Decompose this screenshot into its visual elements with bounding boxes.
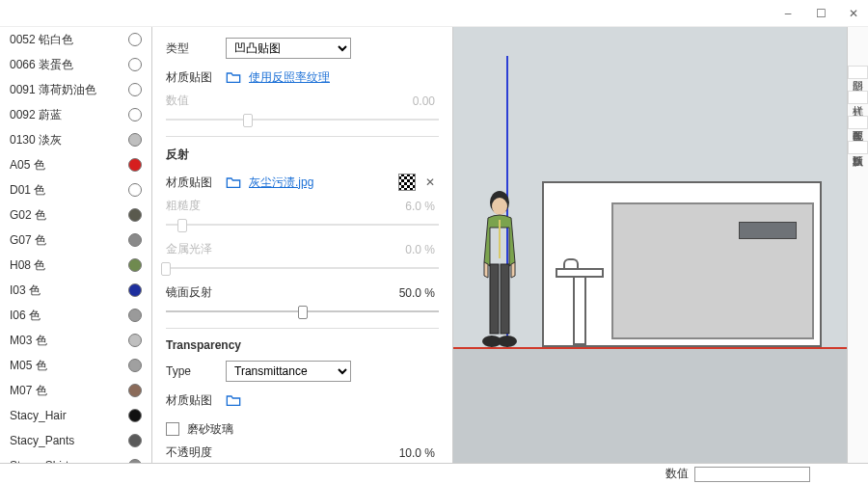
material-row[interactable]: Stacy_Shirt <box>0 453 151 463</box>
material-name: I06 色 <box>10 308 41 324</box>
material-swatch <box>128 183 142 197</box>
material-name: D01 色 <box>10 182 45 199</box>
right-tab[interactable]: 覆盖匹配 <box>848 116 868 129</box>
material-name: 0091 薄荷奶油色 <box>10 82 96 98</box>
scale-figure[interactable] <box>471 189 529 353</box>
svg-rect-2 <box>499 220 501 258</box>
right-tab[interactable]: 样式 <box>848 91 868 104</box>
material-list[interactable]: 0052 铅白色0066 装蛋色0091 薄荷奶油色0092 蔚蓝0130 淡灰… <box>0 27 152 463</box>
material-swatch <box>128 409 142 422</box>
material-name: H08 色 <box>10 257 45 274</box>
transparency-type-label: Type <box>166 364 226 378</box>
material-row[interactable]: 0092 蔚蓝 <box>0 102 151 127</box>
svg-rect-3 <box>490 264 499 334</box>
specular-label: 镜面反射 <box>166 284 212 301</box>
frosted-glass-checkbox[interactable] <box>166 422 179 436</box>
clear-texture-button[interactable]: ✕ <box>421 175 439 189</box>
material-name: M05 色 <box>10 358 47 374</box>
material-row[interactable]: M03 色 <box>0 328 151 353</box>
folder-icon[interactable] <box>226 393 241 407</box>
transparency-section-title: Transparency <box>166 338 439 352</box>
material-row[interactable]: 0091 薄荷奶油色 <box>0 77 151 102</box>
material-swatch <box>128 359 142 372</box>
bump-amount-value: 0.00 <box>413 94 435 108</box>
bump-texture-label: 材质贴图 <box>166 69 226 86</box>
material-row[interactable]: G07 色 <box>0 228 151 253</box>
qr-icon[interactable] <box>398 174 416 191</box>
material-name: 0092 蔚蓝 <box>10 107 62 123</box>
right-tab-strip: 阴影样式覆盖匹配默认面板 <box>847 27 868 463</box>
window-minimize-button[interactable]: – <box>781 7 795 20</box>
material-swatch <box>128 233 142 247</box>
material-swatch <box>128 158 142 172</box>
material-name: A05 色 <box>10 157 45 174</box>
metalness-value: 0.0 <box>405 243 421 256</box>
material-name: I03 色 <box>10 282 41 299</box>
folder-icon[interactable] <box>226 175 241 189</box>
transparency-type-select[interactable]: Transmittance <box>226 361 351 382</box>
material-row[interactable]: A05 色 <box>0 152 151 177</box>
right-tab[interactable]: 阴影 <box>848 66 868 79</box>
material-name: M07 色 <box>10 383 47 399</box>
material-row[interactable]: 0130 淡灰 <box>0 127 151 152</box>
reflection-texture-label: 材质贴图 <box>166 175 226 191</box>
viewport-3d[interactable] <box>453 27 847 463</box>
status-value-label: 数值 <box>665 466 689 482</box>
frosted-glass-label: 磨砂玻璃 <box>187 421 233 438</box>
material-name: G07 色 <box>10 232 46 249</box>
window-maximize-button[interactable]: ☐ <box>814 7 827 20</box>
reflection-texture-file-link[interactable]: 灰尘污渍.jpg <box>249 175 313 191</box>
window-close-button[interactable]: ✕ <box>847 7 860 20</box>
svg-rect-4 <box>501 264 509 334</box>
material-properties-panel: 类型 凹凸贴图 材质贴图 使用反照率纹理 数值 0.00 反射 材质贴图 <box>152 27 453 463</box>
material-row[interactable]: 0052 铅白色 <box>0 27 151 52</box>
material-swatch <box>128 108 142 121</box>
metalness-label: 金属光泽 <box>166 241 212 257</box>
material-swatch <box>128 434 142 447</box>
material-row[interactable]: H08 色 <box>0 253 151 278</box>
status-value-input[interactable] <box>694 467 810 482</box>
material-name: Stacy_Pants <box>10 434 74 447</box>
material-swatch <box>128 283 142 297</box>
svg-point-6 <box>498 336 517 347</box>
material-swatch <box>128 384 142 397</box>
material-row[interactable]: I03 色 <box>0 278 151 303</box>
room-geometry[interactable] <box>542 181 822 347</box>
material-row[interactable]: G02 色 <box>0 202 151 228</box>
material-row[interactable]: I06 色 <box>0 303 151 328</box>
status-bar: 数值 <box>0 463 868 484</box>
metalness-slider <box>166 261 439 275</box>
bump-amount-slider <box>166 113 439 126</box>
material-name: G02 色 <box>10 207 46 224</box>
right-tab[interactable]: 默认面板 <box>848 141 868 154</box>
material-swatch <box>128 334 142 347</box>
material-row[interactable]: 0066 装蛋色 <box>0 52 151 77</box>
material-row[interactable]: Stacy_Pants <box>0 428 151 453</box>
material-row[interactable]: D01 色 <box>0 177 151 202</box>
bump-type-select[interactable]: 凹凸贴图 <box>226 38 351 59</box>
opacity-value: 10.0 <box>399 446 421 460</box>
use-albedo-texture-link[interactable]: 使用反照率纹理 <box>249 69 330 86</box>
material-swatch <box>128 258 142 272</box>
material-swatch <box>128 133 142 147</box>
material-name: M03 色 <box>10 333 47 349</box>
opacity-label: 不透明度 <box>166 444 212 461</box>
bump-type-label: 类型 <box>166 40 226 57</box>
roughness-slider <box>166 218 439 231</box>
transparency-texture-label: 材质贴图 <box>166 392 226 409</box>
material-swatch <box>128 83 142 96</box>
svg-point-1 <box>492 198 507 215</box>
reflection-section-title: 反射 <box>166 147 439 163</box>
material-swatch <box>128 208 142 222</box>
material-swatch <box>128 33 142 46</box>
material-row[interactable]: M07 色 <box>0 378 151 403</box>
material-swatch <box>128 309 142 322</box>
material-name: 0052 铅白色 <box>10 32 73 48</box>
roughness-value: 6.0 <box>405 200 421 213</box>
specular-slider[interactable] <box>166 305 439 318</box>
material-row[interactable]: Stacy_Hair <box>0 403 151 428</box>
folder-icon[interactable] <box>226 70 241 84</box>
material-swatch <box>128 58 142 71</box>
material-name: 0130 淡灰 <box>10 132 62 148</box>
material-row[interactable]: M05 色 <box>0 353 151 378</box>
